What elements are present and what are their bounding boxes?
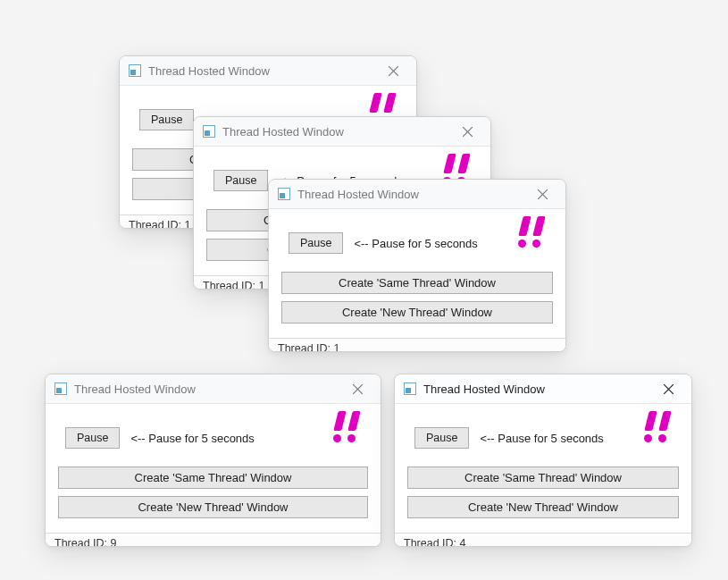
- app-icon: [203, 125, 215, 138]
- thread-id-label: Thread ID: 4: [404, 537, 465, 547]
- create-same-thread-button[interactable]: Create 'Same Thread' Window: [58, 467, 368, 489]
- close-icon[interactable]: [524, 181, 560, 206]
- window-title: Thread Hosted Window: [74, 382, 339, 396]
- pause-hint-label: <-- Pause for 5 seconds: [354, 237, 477, 250]
- pause-button[interactable]: Pause: [65, 427, 120, 449]
- create-new-thread-button[interactable]: Create 'New Thread' Window: [407, 496, 679, 518]
- status-bar: Thread ID: 9: [46, 533, 381, 547]
- app-icon: [129, 64, 141, 77]
- window-title: Thread Hosted Window: [148, 64, 375, 78]
- window-title: Thread Hosted Window: [297, 188, 524, 201]
- titlebar[interactable]: Thread Hosted Window: [120, 56, 416, 86]
- create-same-thread-button[interactable]: Create 'Same Thread' Window: [281, 272, 553, 294]
- app-window[interactable]: Thread Hosted Window Pause <-- Pause for…: [45, 374, 381, 547]
- pause-button[interactable]: Pause: [414, 427, 469, 449]
- bangbang-icon: [517, 216, 551, 248]
- close-icon[interactable]: [449, 119, 485, 144]
- status-bar: Thread ID: 4: [395, 533, 691, 547]
- window-body: Pause <-- Pause for 5 seconds Create 'Sa…: [395, 404, 691, 533]
- app-icon: [278, 188, 290, 200]
- status-bar: Thread ID: 1: [269, 338, 565, 352]
- close-icon[interactable]: [339, 376, 375, 401]
- close-icon[interactable]: [375, 58, 411, 83]
- create-same-thread-button[interactable]: Create 'Same Thread' Window: [407, 467, 679, 489]
- titlebar[interactable]: Thread Hosted Window: [269, 180, 565, 209]
- bangbang-icon: [332, 411, 366, 443]
- thread-id-label: Thread ID: 1: [129, 219, 190, 229]
- pause-hint-label: <-- Pause for 5 seconds: [130, 432, 254, 445]
- thread-id-label: Thread ID: 1: [278, 342, 339, 352]
- pause-hint-label: <-- Pause for 5 seconds: [480, 432, 603, 445]
- app-icon: [404, 382, 416, 395]
- close-icon[interactable]: [650, 376, 686, 401]
- window-body: Pause <-- Pause for 5 seconds Create 'Sa…: [269, 209, 565, 338]
- pause-button[interactable]: Pause: [139, 109, 194, 130]
- titlebar[interactable]: Thread Hosted Window: [46, 374, 381, 404]
- app-window[interactable]: Thread Hosted Window Pause <-- Pause for…: [394, 374, 692, 547]
- create-new-thread-button[interactable]: Create 'New Thread' Window: [58, 496, 368, 518]
- app-icon: [54, 382, 67, 395]
- window-title: Thread Hosted Window: [423, 382, 650, 396]
- pause-button[interactable]: Pause: [213, 170, 268, 191]
- pause-button[interactable]: Pause: [289, 232, 343, 254]
- create-new-thread-button[interactable]: Create 'New Thread' Window: [281, 301, 553, 324]
- window-body: Pause <-- Pause for 5 seconds Create 'Sa…: [46, 404, 381, 533]
- titlebar[interactable]: Thread Hosted Window: [395, 374, 691, 404]
- app-window[interactable]: Thread Hosted Window Pause <-- Pause for…: [268, 179, 566, 352]
- titlebar[interactable]: Thread Hosted Window: [194, 117, 490, 147]
- bangbang-icon: [643, 411, 677, 443]
- window-title: Thread Hosted Window: [222, 125, 449, 139]
- thread-id-label: Thread ID: 9: [54, 537, 116, 547]
- thread-id-label: Thread ID: 1: [203, 280, 264, 290]
